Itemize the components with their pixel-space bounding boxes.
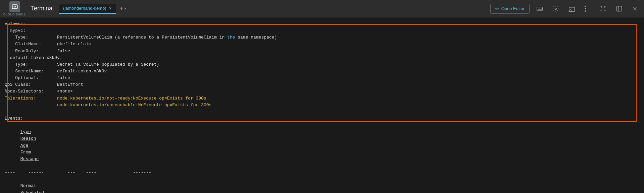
more-options-button[interactable] (582, 4, 589, 13)
mypvc-readonly: ReadOnly: false (5, 48, 639, 55)
active-tab[interactable]: (iamondernand-demo) × (59, 4, 116, 14)
terminal-content: Volumes: mypvc: Type: PersistentVolumeCl… (5, 21, 639, 193)
cloud-shell-logo: CLOUD SHELL (3, 1, 26, 16)
svg-point-12 (585, 10, 586, 12)
keyboard-button[interactable] (534, 4, 546, 13)
tolerations-line2: node.kubernetes.io/unreachable:NoExecute… (5, 102, 639, 109)
svg-point-9 (569, 11, 569, 11)
event-row-1: Normal Scheduled 3m5s default-scheduler … (5, 176, 639, 193)
tab-dropdown-button[interactable]: ▾ (124, 6, 127, 11)
svg-rect-8 (569, 7, 575, 11)
svg-rect-13 (617, 6, 622, 11)
events-col-header: Type Reason Age From Message (5, 122, 639, 169)
svg-point-10 (585, 6, 586, 7)
open-editor-button[interactable]: ✏ Open Editor (490, 4, 530, 14)
expand-button[interactable] (597, 4, 609, 13)
mypvc-header: mypvc: (5, 27, 639, 34)
add-tab-button[interactable]: + ▾ (117, 4, 129, 13)
tolerations-line1: Tolerations: node.kubernetes.io/not-read… (5, 95, 639, 102)
tab-bar: (iamondernand-demo) × + ▾ (59, 4, 490, 14)
volumes-header: Volumes: (5, 21, 639, 27)
cloud-shell-label: CLOUD SHELL (3, 13, 26, 16)
tab-label: (iamondernand-demo) (63, 6, 106, 11)
terminal-area[interactable]: Volumes: mypvc: Type: PersistentVolumeCl… (0, 17, 644, 193)
top-bar: CLOUD SHELL Terminal (iamondernand-demo)… (0, 0, 644, 17)
events-separator: ---- ------ --- ---- ------- (5, 169, 639, 176)
pencil-icon: ✏ (495, 6, 499, 11)
mypvc-type: Type: PersistentVolumeClaim (a reference… (5, 34, 639, 41)
default-token-type: Type: Secret (a volume populated by a Se… (5, 61, 639, 68)
svg-rect-1 (537, 7, 543, 11)
node-selectors: Node-Selectors: <none> (5, 88, 639, 95)
close-button[interactable] (629, 4, 641, 13)
mypvc-claimname: ClaimName: gkefile-claim (5, 41, 639, 48)
default-token-header: default-token-x8k9v: (5, 55, 639, 61)
qos-class: QoS Class: BestEffort (5, 81, 639, 88)
blank-line (5, 109, 639, 115)
svg-rect-0 (12, 5, 17, 9)
svg-point-11 (585, 8, 586, 9)
svg-point-7 (555, 8, 557, 9)
events-header: Events: (5, 115, 639, 122)
default-token-optional: Optional: false (5, 75, 639, 81)
cloud-shell-icon (9, 1, 20, 12)
settings-button[interactable] (550, 4, 562, 13)
tab-close-button[interactable]: × (109, 6, 112, 11)
app-title: Terminal (31, 5, 54, 12)
open-window-button[interactable] (613, 4, 625, 13)
cast-button[interactable] (566, 4, 578, 13)
divider (593, 5, 593, 13)
default-token-secretname: SecretName: default-token-x8k9v (5, 68, 639, 75)
top-actions: ✏ Open Editor (490, 4, 641, 14)
